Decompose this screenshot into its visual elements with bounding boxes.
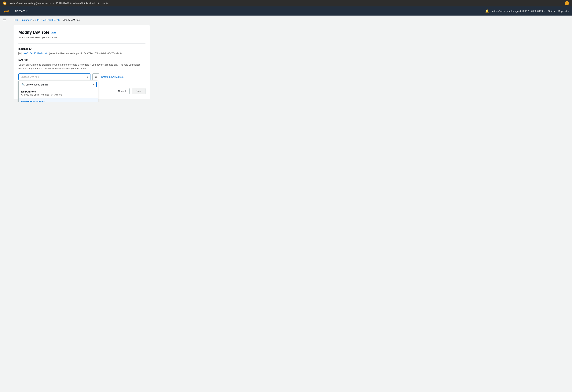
iam-role-dropdown[interactable]: Choose IAM role ▲: [18, 73, 91, 80]
dropdown-placeholder: Choose IAM role: [20, 75, 39, 78]
result-title: eksworkshop-admin: [21, 100, 95, 102]
clear-search-icon[interactable]: ✕: [93, 83, 95, 86]
browser-bar: ⚙ mederyfm+eksworkshop@amazon.com - 1975…: [0, 0, 572, 6]
cancel-button[interactable]: Cancel: [114, 88, 129, 94]
no-iam-desc: Choose this option to detach an IAM role: [21, 93, 95, 96]
iam-role-section: IAM role Select an IAM role to attach to…: [18, 59, 145, 80]
nav-services[interactable]: Services ▾: [13, 6, 30, 15]
breadcrumb-sep-2: ›: [33, 19, 34, 21]
copy-icon[interactable]: ⧉: [18, 52, 21, 55]
instance-id-row: ⧉ i-0a710ec97d20241a6 (aws-cloud9-ekswor…: [18, 52, 145, 55]
search-row: 🔍 ✕: [20, 82, 97, 87]
refresh-button[interactable]: ↻: [92, 73, 99, 80]
nav-support[interactable]: Support ▾: [558, 10, 569, 13]
create-iam-role-link[interactable]: Create new IAM role: [101, 75, 124, 78]
browser-title: mederyfm+eksworkshop@amazon.com - 197520…: [9, 2, 562, 5]
iam-role-desc: Select an IAM role to attach to your ins…: [18, 63, 145, 70]
main-content: EC2 › Instances › i-0a710ec97d20241a6 › …: [9, 15, 572, 102]
search-icon: 🔍: [22, 83, 25, 86]
card-title: Modify IAM role Info: [18, 30, 145, 35]
dropdown-arrow-icon: ▲: [86, 76, 88, 78]
page-wrapper: ☰ EC2 › Instances › i-0a710ec97d20241a6 …: [0, 15, 572, 102]
breadcrumb-current: Modify IAM role: [63, 19, 80, 21]
iam-role-result-item[interactable]: eksworkshop-admin arn:aws:iam::197520326…: [19, 98, 98, 102]
iam-role-label: IAM role: [18, 59, 145, 61]
instance-id-link[interactable]: i-0a710ec97d20241a6: [23, 52, 48, 55]
nav-account[interactable]: admin/mederyfm-lsengard @ 1975-2032-6489…: [492, 10, 545, 13]
instance-id-label: Instance ID: [18, 47, 145, 50]
nav-bell[interactable]: 🔔: [485, 9, 489, 13]
iam-controls: Choose IAM role ▲ 🔍 ✕: [18, 73, 145, 80]
breadcrumb-instance-id[interactable]: i-0a710ec97d20241a6: [35, 19, 60, 21]
modify-iam-card: Modify IAM role Info Attach an IAM role …: [14, 25, 150, 99]
breadcrumb-sep-1: ›: [19, 19, 20, 21]
no-iam-option[interactable]: No IAM Role Choose this option to detach…: [19, 88, 98, 98]
info-link[interactable]: Info: [51, 31, 56, 34]
instance-name: (aws-cloud9-eksworkshop-c1915e9f776c473c…: [49, 52, 122, 55]
browser-alert-icon: !: [565, 1, 569, 5]
breadcrumb-instances[interactable]: Instances: [21, 19, 32, 21]
aws-nav: Services ▾ 🔔 admin/mederyfm-lsengard @ 1…: [0, 6, 572, 15]
breadcrumb-ec2[interactable]: EC2: [14, 19, 18, 21]
dropdown-panel: 🔍 ✕ No IAM Role Choose this option to de…: [18, 81, 98, 102]
instance-id-section: Instance ID ⧉ i-0a710ec97d20241a6 (aws-c…: [18, 47, 145, 55]
browser-favicon: ⚙: [3, 1, 6, 5]
save-button[interactable]: Save: [132, 88, 145, 94]
breadcrumb: EC2 › Instances › i-0a710ec97d20241a6 › …: [14, 19, 568, 21]
card-subtitle: Attach an IAM role to your instance.: [18, 36, 145, 39]
iam-role-dropdown-wrapper: Choose IAM role ▲ 🔍 ✕: [18, 73, 91, 80]
iam-search-input[interactable]: [26, 83, 91, 86]
sidebar-toggle[interactable]: ☰: [0, 15, 9, 102]
nav-right: 🔔 admin/mederyfm-lsengard @ 1975-2032-64…: [485, 9, 569, 13]
aws-logo: [3, 8, 11, 14]
breadcrumb-sep-3: ›: [61, 19, 62, 21]
no-iam-title: No IAM Role: [21, 90, 95, 93]
nav-region[interactable]: Ohio ▾: [548, 10, 555, 13]
